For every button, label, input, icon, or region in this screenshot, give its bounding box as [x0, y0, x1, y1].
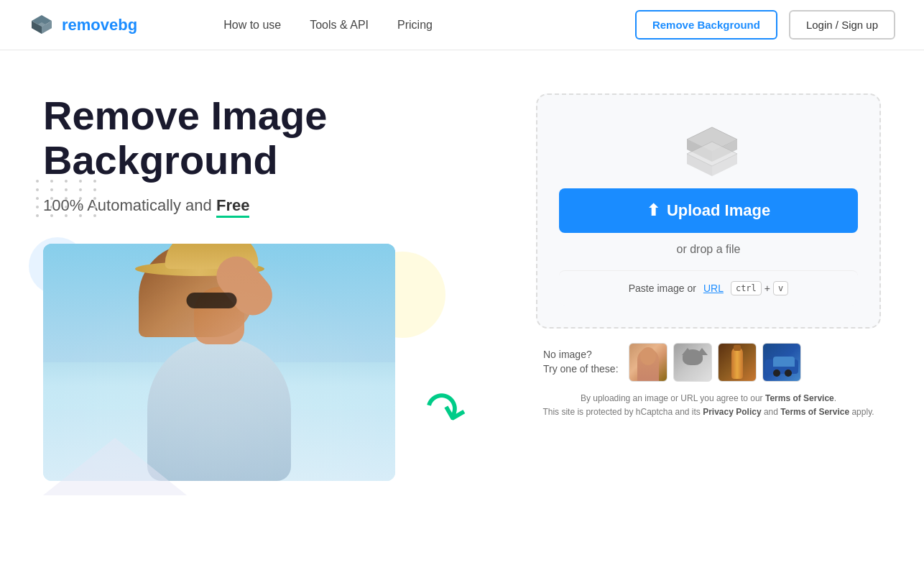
upload-card: ⬆ Upload Image or drop a file Paste imag… [536, 93, 881, 329]
nav-pricing[interactable]: Pricing [397, 19, 433, 32]
logo-text: removebg [62, 16, 137, 35]
ctrl-key: ctrl [731, 281, 762, 295]
arrow-decoration: ↷ [417, 377, 473, 444]
upload-section: ⬆ Upload Image or drop a file Paste imag… [536, 93, 881, 419]
upload-arrow-icon: ⬆ [647, 201, 660, 220]
sample-thumb-cat[interactable] [673, 343, 712, 382]
v-key: v [773, 281, 788, 295]
sample-thumb-car[interactable] [762, 343, 801, 382]
upload-icon-area [680, 124, 737, 167]
hero-subtitle: 100% Automatically and Free [43, 196, 507, 215]
keyboard-shortcut-area: ctrl + v [731, 281, 788, 295]
sample-images-row: No image? Try one of these: [536, 343, 881, 382]
free-text: Free [216, 196, 249, 218]
nav-how-to-use[interactable]: How to use [223, 19, 281, 32]
upload-image-button[interactable]: ⬆ Upload Image [559, 188, 858, 233]
main-nav: How to use Tools & API Pricing [223, 19, 433, 32]
upload-button-label: Upload Image [667, 201, 770, 220]
sample-thumbnails [629, 343, 801, 382]
paste-area: Paste image or URL ctrl + v [559, 270, 858, 306]
url-link[interactable]: URL [703, 283, 724, 294]
layers-icon [680, 124, 737, 167]
sample-thumb-bottle[interactable] [718, 343, 757, 382]
logo[interactable]: removebg [29, 12, 137, 38]
triangle-decoration [43, 438, 187, 495]
drop-file-text: or drop a file [677, 243, 741, 256]
privacy-policy-link[interactable]: Privacy Policy [703, 407, 761, 417]
try-one-text: Try one of these: [543, 362, 619, 377]
dot-pattern-decoration [36, 180, 102, 217]
logo-icon [29, 12, 55, 38]
tos2-link[interactable]: Terms of Service [780, 407, 849, 417]
login-signup-button[interactable]: Login / Sign up [789, 10, 895, 40]
layers-svg-icon [680, 124, 744, 178]
paste-label: Paste image or [629, 283, 696, 294]
hero-title: Remove Image Background [43, 93, 507, 182]
nav-tools-api[interactable]: Tools & API [310, 19, 369, 32]
tos-link[interactable]: Terms of Service [765, 393, 834, 403]
plus-symbol: + [764, 283, 770, 294]
no-image-text: No image? [543, 348, 619, 362]
disclaimer-text: By uploading an image or URL you agree t… [536, 392, 881, 419]
sample-thumb-person[interactable] [629, 343, 667, 382]
remove-background-button[interactable]: Remove Background [635, 10, 777, 40]
